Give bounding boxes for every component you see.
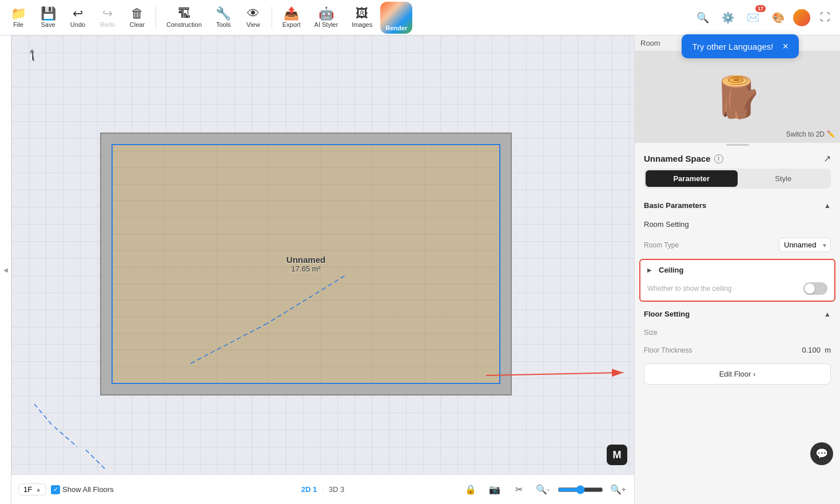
panel-tabs: Parameter Style	[644, 169, 831, 189]
right-panel: Room 🪵 Switch to 2D ✏️ Unnamed Space i ↗	[634, 35, 840, 504]
tab-parameter-label: Parameter	[673, 174, 710, 183]
redo-button[interactable]: ↪ Redo	[94, 5, 121, 30]
space-header: Unnamed Space i ↗	[635, 146, 840, 169]
room-type-select[interactable]: Unnamed	[779, 238, 831, 252]
save-label: Save	[41, 21, 55, 28]
floor-thickness-value: 0.100 m	[802, 346, 831, 354]
banner-close-button[interactable]: ×	[778, 41, 789, 51]
room-label: Unnamed 17.65 m²	[286, 255, 325, 273]
export-label: Export	[282, 21, 301, 28]
main-toolbar: 📁 File 💾 Save ↩ Undo ↪ Redo 🗑 Clear 🏗 Co…	[0, 0, 840, 35]
view-label: View	[246, 21, 260, 28]
zoom-slider[interactable]	[558, 485, 603, 494]
chat-button[interactable]: 💬	[810, 442, 833, 465]
file-button[interactable]: 📁 File	[5, 5, 32, 30]
construction-button[interactable]: 🏗 Construction	[161, 5, 208, 30]
ai-styler-icon: 🤖	[319, 7, 334, 20]
images-button[interactable]: 🖼 Images	[346, 5, 378, 30]
svg-line-5	[86, 450, 106, 470]
ceiling-body: Whether to show the ceiling	[640, 280, 834, 301]
canvas-area[interactable]: N Unnamed 17.65 m²	[11, 35, 634, 504]
zoom-in-button[interactable]: 🔍+	[609, 481, 627, 499]
m-badge-button[interactable]: M	[607, 445, 627, 465]
left-collapse-button[interactable]: ◀	[0, 35, 11, 504]
view-mode-tabs: 2D 1 · 3D 3	[301, 485, 344, 495]
tab-separator: ·	[321, 485, 324, 495]
floor-size-row: Size	[635, 324, 840, 341]
settings-button[interactable]: ⚙️	[718, 7, 738, 28]
floor-thickness-label: Floor Thickness	[644, 346, 692, 354]
switch-2d-button[interactable]: Switch to 2D ✏️	[786, 130, 835, 138]
construction-icon: 🏗	[178, 7, 190, 20]
clear-label: Clear	[130, 21, 145, 28]
toggle-knob	[805, 283, 815, 294]
panel-scroll-area[interactable]: Unnamed Space i ↗ Parameter Style Basic …	[635, 146, 840, 504]
view-icon: 👁	[247, 7, 260, 20]
export-button[interactable]: 📤 Export	[277, 5, 306, 30]
tab-parameter[interactable]: Parameter	[646, 170, 738, 187]
ai-styler-label: AI Styler	[314, 21, 339, 28]
bottom-right-controls: 🔒 📷 ✂ 🔍- 🔍+	[461, 481, 627, 499]
redo-label: Redo	[100, 21, 115, 28]
render-button[interactable]: Render	[380, 2, 412, 34]
notification-badge: 17	[755, 5, 766, 12]
room-setting-row: Room Setting	[635, 215, 840, 233]
floor-thickness-row: Floor Thickness 0.100 m	[635, 341, 840, 359]
lock-button[interactable]: 🔒	[461, 481, 480, 499]
search-button[interactable]: 🔍	[692, 7, 713, 28]
ai-styler-button[interactable]: 🤖 AI Styler	[309, 5, 344, 30]
view-2d-tab[interactable]: 2D 1	[301, 485, 317, 494]
save-button[interactable]: 💾 Save	[34, 5, 62, 30]
show-floors-checkbox[interactable]: ✓	[51, 485, 60, 494]
construction-label: Construction	[166, 21, 202, 28]
ceiling-toggle-switch[interactable]	[803, 282, 827, 295]
thumbnail-area: 🪵 Switch to 2D ✏️	[635, 51, 840, 143]
camera-capture-button[interactable]: 📷	[485, 481, 504, 499]
floor-selector[interactable]: 1F ▲	[18, 483, 46, 495]
room-inner[interactable]: Unnamed 17.65 m²	[112, 144, 500, 384]
floor-size-label: Size	[644, 329, 657, 337]
tab-style[interactable]: Style	[738, 170, 830, 187]
fullscreen-button[interactable]: ⛶	[815, 7, 835, 28]
room-type-label: Room Type	[644, 241, 679, 249]
ceiling-toggle-row: Whether to show the ceiling	[647, 282, 827, 295]
info-icon[interactable]: i	[714, 154, 723, 163]
ceiling-header[interactable]: ▶ Ceiling	[640, 260, 834, 280]
room-outer: Unnamed 17.65 m²	[100, 133, 512, 395]
user-avatar[interactable]	[793, 9, 810, 26]
banner-text: Try other Languages!	[692, 42, 773, 51]
expand-button[interactable]: ↗	[823, 153, 831, 164]
render-label: Render	[385, 25, 407, 31]
save-icon: 💾	[41, 7, 56, 20]
clear-button[interactable]: 🗑 Clear	[124, 5, 151, 30]
palette-button[interactable]: 🎨	[768, 7, 789, 28]
view-button[interactable]: 👁 View	[240, 5, 267, 30]
floor-chevron: ▲	[35, 486, 41, 493]
view-3d-tab[interactable]: 3D 3	[329, 485, 344, 494]
svg-line-6	[54, 427, 77, 447]
images-icon: 🖼	[356, 7, 368, 20]
undo-label: Undo	[70, 21, 85, 28]
room-setting-label: Room Setting	[644, 220, 689, 229]
edit-floor-button[interactable]: Edit Floor ›	[644, 363, 831, 385]
floor-setting-header[interactable]: Floor Setting ▲	[635, 304, 840, 324]
space-title-text: Unnamed Space	[644, 154, 711, 163]
show-all-floors-toggle[interactable]: ✓ Show All Floors	[51, 485, 114, 494]
file-icon: 📁	[11, 7, 26, 20]
room-type-select-wrapper: Unnamed ▼	[779, 238, 831, 252]
zoom-out-button[interactable]: 🔍-	[534, 481, 552, 499]
show-all-floors-label: Show All Floors	[62, 485, 114, 494]
tools-button[interactable]: 🔧 Tools	[210, 5, 237, 30]
undo-button[interactable]: ↩ Undo	[64, 5, 91, 30]
crop-button[interactable]: ✂	[509, 481, 528, 499]
basic-params-header[interactable]: Basic Parameters ▲	[635, 195, 840, 215]
switch-2d-label: Switch to 2D	[786, 130, 825, 138]
images-label: Images	[352, 21, 372, 28]
svg-line-7	[34, 404, 53, 426]
tools-label: Tools	[216, 21, 231, 28]
bottom-bar: 1F ▲ ✓ Show All Floors 2D 1 · 3D 3 🔒 📷	[11, 474, 634, 504]
export-icon: 📤	[284, 7, 299, 20]
room-type-row: Room Type Unnamed ▼	[635, 233, 840, 257]
floor-level: 1F	[23, 485, 32, 494]
toolbar-divider-2	[272, 6, 272, 29]
